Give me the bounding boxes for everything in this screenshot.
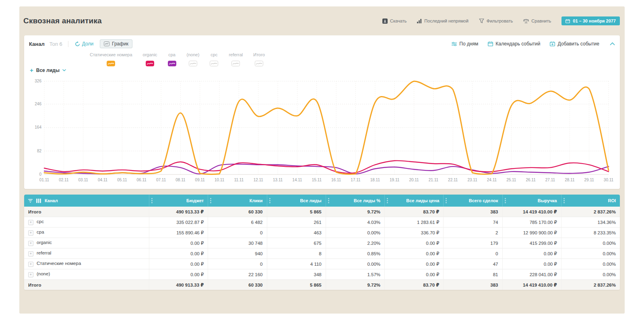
- column-header[interactable]: Все лиды: [267, 195, 326, 207]
- value-cell: 83.70 ₽: [384, 207, 443, 217]
- column-header[interactable]: Выручка: [502, 195, 561, 207]
- filter-button[interactable]: Фильтровать: [479, 18, 513, 23]
- column-menu-icon[interactable]: [269, 198, 270, 203]
- value-cell: 0.00%: [561, 238, 620, 248]
- table-filter-icon[interactable]: [28, 199, 33, 203]
- metric-selector[interactable]: + Все лиды: [30, 67, 66, 73]
- column-menu-icon[interactable]: [564, 198, 565, 203]
- channel-label: Итого: [28, 209, 41, 214]
- value-cell: 336.70 ₽: [384, 228, 443, 238]
- date-range-picker[interactable]: 01 – 30 ноября 2077: [561, 16, 620, 25]
- expand-row-icon[interactable]: +: [28, 220, 33, 225]
- expand-row-icon[interactable]: +: [28, 230, 33, 236]
- column-menu-icon[interactable]: [446, 198, 447, 203]
- legend-series-toggle-icon[interactable]: [168, 61, 176, 66]
- y-axis-label: 82: [37, 149, 42, 153]
- value-cell: 0.00 ₽: [384, 248, 443, 259]
- refresh-circle-icon: [75, 41, 80, 47]
- expand-row-icon[interactable]: +: [28, 262, 33, 267]
- legend-series-toggle-icon[interactable]: [107, 61, 115, 66]
- channel-label: cpa: [37, 230, 44, 234]
- table-card: КаналБюджетКликиВсе лидыВсе лиды %Все ли…: [24, 195, 620, 290]
- legend-series-toggle-icon[interactable]: [210, 61, 218, 66]
- column-menu-icon[interactable]: [328, 198, 329, 203]
- column-label: Выручка: [538, 198, 557, 203]
- value-cell: 9.72%: [326, 207, 384, 217]
- column-header[interactable]: Все лиды цена: [384, 195, 443, 207]
- tab-channel[interactable]: Канал: [29, 41, 45, 47]
- value-cell: 9.72%: [326, 280, 384, 290]
- value-cell: 0: [208, 259, 266, 269]
- calendar-icon: [488, 41, 493, 46]
- column-label: ROI: [608, 198, 616, 203]
- expand-row-icon[interactable]: +: [28, 251, 33, 256]
- value-cell: 415 299.00 ₽: [502, 238, 561, 248]
- x-axis-label: 30.11: [604, 178, 614, 182]
- legend-channel-label: organic: [143, 52, 157, 57]
- expand-row-icon[interactable]: +: [28, 272, 33, 277]
- column-header[interactable]: Всего сделок: [443, 195, 502, 207]
- column-label: Клики: [250, 198, 263, 203]
- legend-series-toggle-icon[interactable]: [146, 61, 154, 66]
- value-cell: 4 110: [267, 259, 326, 269]
- legend-channel-label: Статические номера: [90, 52, 132, 57]
- column-header[interactable]: Клики: [208, 195, 266, 207]
- total-row: Итого490 913.33 ₽60 3305 8659.72%83.70 ₽…: [24, 280, 620, 290]
- column-header[interactable]: ROI: [561, 195, 620, 207]
- value-cell: 47: [443, 259, 502, 269]
- column-menu-icon[interactable]: [151, 198, 153, 203]
- column-header[interactable]: Все лиды %: [326, 195, 384, 207]
- column-menu-icon[interactable]: [505, 198, 506, 203]
- graph-label: График: [112, 41, 128, 47]
- graph-toggle-button[interactable]: График: [100, 39, 132, 48]
- table-row: +(none)0.00 ₽22 1603481.57%0.00 ₽81228 0…: [24, 269, 620, 280]
- value-cell: 5 865: [267, 207, 326, 217]
- column-menu-icon[interactable]: [210, 198, 211, 203]
- table-row: +Статические номера0.00 ₽04 1100.00%0.00…: [24, 259, 620, 269]
- attribution-button[interactable]: Последний непрямой: [417, 18, 469, 23]
- y-axis-label: 326: [35, 79, 41, 83]
- value-cell: 0.00%: [561, 248, 620, 259]
- value-cell: 0.00%: [326, 259, 384, 269]
- tab-top6[interactable]: Топ 6: [50, 41, 62, 47]
- legend-series-toggle-icon[interactable]: [189, 61, 197, 66]
- download-button[interactable]: Скачать: [382, 18, 407, 24]
- column-label: Всего сделок: [469, 198, 498, 203]
- channel-label: Итого: [28, 283, 41, 287]
- legend-column: cpc: [204, 52, 223, 66]
- column-header[interactable]: Бюджет: [149, 195, 208, 207]
- channel-cell: +Статические номера: [24, 259, 149, 269]
- x-axis-label: 07.11: [156, 178, 166, 182]
- by-days-button[interactable]: По дням: [452, 41, 478, 47]
- value-cell: 2 837.26%: [561, 280, 620, 290]
- legend-column: Итого: [248, 52, 270, 66]
- table-header-icons: [28, 199, 41, 203]
- value-cell: 335 022.87 ₽: [149, 217, 208, 228]
- value-cell: 675: [267, 238, 326, 248]
- value-cell: 14 419 410.00 ₽: [502, 207, 561, 217]
- table-row: +cpc335 022.87 ₽6 4822614.03%1 283.61 ₽7…: [24, 217, 620, 228]
- attribution-label: Последний непрямой: [424, 18, 469, 23]
- expand-row-icon[interactable]: +: [28, 241, 33, 246]
- x-axis-label: 24.11: [487, 178, 497, 182]
- compare-button[interactable]: Сравнить: [523, 18, 551, 23]
- add-event-label: Добавить событие: [557, 41, 599, 47]
- x-axis-label: 26.11: [526, 178, 536, 182]
- legend-series-toggle-icon[interactable]: [231, 61, 240, 66]
- legend-column: (none): [182, 52, 205, 66]
- value-cell: 0.00%: [561, 259, 620, 269]
- add-event-button[interactable]: Добавить событие: [550, 41, 599, 47]
- shares-button[interactable]: Доли: [75, 41, 93, 47]
- column-label: Все лиды: [300, 198, 321, 203]
- events-calendar-button[interactable]: Календарь событий: [488, 41, 540, 47]
- collapse-chevron-icon[interactable]: [610, 42, 615, 45]
- value-cell: 1 283.61 ₽: [384, 217, 443, 228]
- calendar-plus-icon: [550, 41, 555, 46]
- column-menu-icon[interactable]: [387, 198, 388, 203]
- legend-series-toggle-icon[interactable]: [255, 61, 263, 66]
- legend-area: + Все лиды Статические номераorganiccpa(…: [24, 49, 620, 76]
- download-icon: [382, 18, 388, 24]
- add-metric-icon[interactable]: +: [30, 67, 33, 73]
- column-header-channel[interactable]: Канал: [24, 195, 149, 207]
- table-columns-icon[interactable]: [36, 199, 41, 203]
